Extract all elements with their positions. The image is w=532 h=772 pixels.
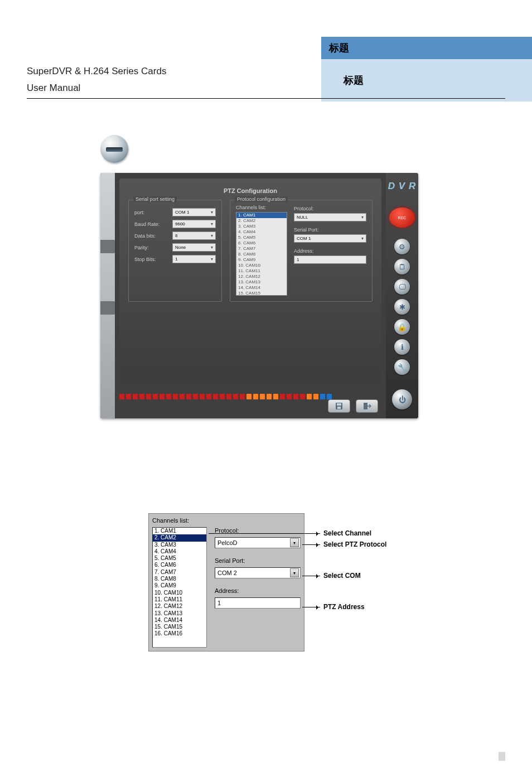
left-rail bbox=[100, 173, 115, 418]
channel-option[interactable]: 11. CAM11 bbox=[153, 596, 206, 603]
protocol-select[interactable]: NULL▾ bbox=[294, 213, 366, 221]
channel-dot bbox=[287, 394, 292, 399]
channel-option[interactable]: 10. CAM10 bbox=[236, 263, 287, 268]
channel-dot bbox=[186, 394, 191, 399]
record-indicator[interactable]: REC bbox=[389, 208, 415, 228]
channel-option[interactable]: 9. CAM9 bbox=[236, 257, 287, 263]
channel-option[interactable]: 4. CAM4 bbox=[236, 229, 287, 235]
channel-dot bbox=[320, 394, 325, 399]
save-button[interactable] bbox=[328, 399, 350, 413]
lock-button[interactable]: 🔒 bbox=[394, 319, 410, 335]
channel-dot bbox=[166, 394, 171, 399]
channel-option[interactable]: 1. CAM1 bbox=[153, 528, 206, 534]
banner-top: 标题 bbox=[321, 37, 532, 59]
power-button[interactable]: ⏻ bbox=[392, 389, 412, 409]
annotation-select-com: Select COM bbox=[323, 572, 361, 580]
display-button[interactable]: 🖵 bbox=[394, 279, 410, 295]
databits-label: Data bits: bbox=[134, 233, 168, 239]
channel-option[interactable]: 14. CAM14 bbox=[153, 617, 206, 624]
channel-dot bbox=[273, 394, 278, 399]
annotation-select-channel: Select Channel bbox=[323, 529, 371, 537]
serial-port-group: Serial port setting port:COM 1▾ Baud Rat… bbox=[128, 200, 222, 302]
serialport-select-3[interactable]: COM 2▾ bbox=[215, 567, 301, 578]
address-label: Address: bbox=[294, 248, 366, 254]
chevron-down-icon: ▾ bbox=[290, 538, 299, 547]
protocol-select-2[interactable]: PelcoD▾ bbox=[215, 537, 301, 548]
protocol-callout: Channels list: 1. CAM12. CAM23. CAM34. C… bbox=[148, 513, 397, 653]
ptz-config-screenshot: PTZ Configuration Serial port setting po… bbox=[100, 173, 418, 418]
channels-listbox[interactable]: 1. CAM12. CAM23. CAM34. CAM45. CAM56. CA… bbox=[236, 212, 287, 296]
ptz-config-panel: PTZ Configuration Serial port setting po… bbox=[119, 178, 381, 383]
channel-option[interactable]: 13. CAM13 bbox=[153, 610, 206, 617]
monitor-icon: 🖵 bbox=[399, 283, 406, 291]
channel-dot bbox=[313, 394, 318, 399]
svg-rect-3 bbox=[364, 403, 367, 409]
channel-dot bbox=[253, 394, 258, 399]
ptz-button[interactable]: ✱ bbox=[394, 299, 410, 315]
address-input-2[interactable]: 1 bbox=[215, 597, 301, 609]
channel-option[interactable]: 2. CAM2 bbox=[236, 218, 287, 224]
section-icon bbox=[100, 135, 132, 166]
channel-option[interactable]: 8. CAM8 bbox=[153, 576, 206, 582]
disc-icon bbox=[100, 135, 128, 163]
tools-button[interactable]: 🔧 bbox=[394, 359, 410, 375]
channel-option[interactable]: 9. CAM9 bbox=[153, 582, 206, 589]
channel-option[interactable]: 7. CAM7 bbox=[236, 246, 287, 252]
channel-option[interactable]: 3. CAM3 bbox=[236, 224, 287, 229]
channel-option[interactable]: 3. CAM3 bbox=[153, 542, 206, 548]
channel-option[interactable]: 15. CAM15 bbox=[236, 291, 287, 296]
channel-dot bbox=[246, 394, 252, 399]
schedule-button[interactable]: 🗒 bbox=[394, 259, 410, 274]
gear-icon: ⚙ bbox=[399, 243, 405, 251]
chevron-down-icon: ▾ bbox=[361, 215, 364, 220]
channel-option[interactable]: 12. CAM12 bbox=[153, 603, 206, 610]
clipboard-icon: 🗒 bbox=[399, 263, 406, 271]
channel-option[interactable]: 16. CAM16 bbox=[153, 630, 206, 637]
address-input[interactable]: 1 bbox=[294, 255, 366, 264]
settings-button[interactable]: ⚙ bbox=[394, 239, 410, 254]
channel-option[interactable]: 11. CAM11 bbox=[236, 268, 287, 274]
lock-icon: 🔒 bbox=[398, 323, 407, 331]
channel-dot bbox=[139, 394, 144, 399]
channel-option[interactable]: 10. CAM10 bbox=[153, 590, 206, 596]
channel-option[interactable]: 2. CAM2 bbox=[153, 534, 206, 541]
channel-option[interactable]: 14. CAM14 bbox=[236, 285, 287, 291]
info-button[interactable]: ℹ bbox=[394, 339, 410, 355]
channel-option[interactable]: 6. CAM6 bbox=[153, 562, 206, 568]
channel-option[interactable]: 8. CAM8 bbox=[236, 252, 287, 257]
doc-title-line2: User Manual bbox=[27, 83, 80, 94]
parity-label: Parity: bbox=[134, 245, 168, 250]
channel-dot bbox=[180, 394, 185, 399]
channel-option[interactable]: 5. CAM5 bbox=[236, 235, 287, 240]
channel-option[interactable]: 4. CAM4 bbox=[153, 548, 206, 555]
channel-option[interactable]: 12. CAM12 bbox=[236, 274, 287, 279]
channel-option[interactable]: 6. CAM6 bbox=[236, 240, 287, 246]
chevron-down-icon: ▾ bbox=[211, 210, 213, 215]
channel-dot bbox=[146, 394, 151, 399]
channel-option[interactable]: 13. CAM13 bbox=[236, 279, 287, 285]
channel-option[interactable]: 7. CAM7 bbox=[153, 569, 206, 576]
channel-dot bbox=[293, 394, 298, 399]
chevron-down-icon: ▾ bbox=[211, 245, 213, 250]
baud-select[interactable]: 9600▾ bbox=[172, 220, 216, 228]
channel-dot bbox=[159, 394, 165, 399]
channel-dot bbox=[260, 394, 265, 399]
channel-dot bbox=[213, 394, 218, 399]
serialport-select-2[interactable]: COM 1▾ bbox=[294, 234, 366, 243]
channel-option[interactable]: 5. CAM5 bbox=[153, 555, 206, 562]
svg-rect-1 bbox=[337, 403, 341, 406]
channels-listbox-2[interactable]: 1. CAM12. CAM23. CAM34. CAM45. CAM56. CA… bbox=[152, 527, 207, 648]
channel-dot bbox=[300, 394, 305, 399]
port-select[interactable]: COM 1▾ bbox=[172, 208, 216, 216]
exit-button[interactable] bbox=[356, 399, 378, 413]
channel-option[interactable]: 15. CAM15 bbox=[153, 624, 206, 630]
stopbits-select[interactable]: 1▾ bbox=[172, 255, 216, 263]
info-icon: ℹ bbox=[401, 343, 404, 351]
parity-select[interactable]: None▾ bbox=[172, 243, 216, 252]
chevron-down-icon: ▾ bbox=[361, 236, 364, 241]
annotation-select-protocol: Select PTZ Protocol bbox=[323, 541, 386, 548]
protocol-group: Protocol configuration Channels list: 1.… bbox=[230, 200, 373, 302]
chevron-down-icon: ▾ bbox=[211, 257, 213, 262]
databits-select[interactable]: 8▾ bbox=[172, 231, 216, 240]
channel-option[interactable]: 1. CAM1 bbox=[236, 213, 287, 218]
